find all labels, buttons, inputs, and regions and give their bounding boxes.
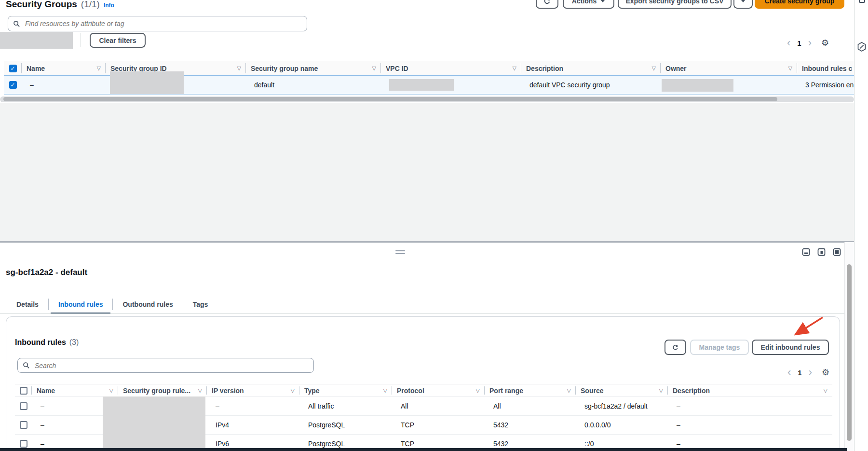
vertical-scrollbar[interactable] — [844, 242, 854, 451]
filter-icon[interactable]: ▽ — [383, 387, 387, 394]
create-security-group-button[interactable]: Create security group — [755, 0, 844, 9]
checkbox[interactable] — [20, 402, 27, 410]
column-label: Description — [673, 387, 710, 395]
tab-outbound-rules[interactable]: Outbound rules — [113, 295, 182, 314]
info-link[interactable]: Info — [104, 2, 114, 9]
tab-tags[interactable]: Tags — [183, 295, 218, 314]
cell: TCP — [392, 416, 485, 434]
prev-page-icon[interactable]: ‹ — [787, 367, 791, 378]
refresh-button[interactable] — [536, 0, 558, 9]
horizontal-scrollbar[interactable] — [0, 96, 854, 102]
edit-inbound-rules-button[interactable]: Edit inbound rules — [752, 340, 829, 355]
actions-button[interactable]: Actions — [563, 0, 614, 9]
create-security-group-label: Create security group — [765, 0, 835, 5]
filter-icon[interactable]: ▽ — [97, 65, 101, 71]
rules-refresh-button[interactable] — [665, 340, 686, 355]
table-settings-gear-icon[interactable]: ⚙ — [822, 367, 829, 378]
split-panel-divider[interactable] — [0, 241, 854, 243]
cell: PostgreSQL — [299, 416, 392, 434]
panel-full-icon[interactable] — [833, 248, 841, 256]
column-header[interactable]: Name▽ — [22, 61, 106, 75]
table-settings-gear-icon[interactable]: ⚙ — [821, 38, 829, 48]
redacted-vpc-id — [389, 79, 454, 91]
column-label: Name — [27, 65, 45, 72]
cell: All — [392, 397, 485, 415]
notifications-icon[interactable] — [859, 0, 865, 3]
column-label: Description — [526, 65, 563, 72]
clear-filters-button[interactable]: Clear filters — [90, 33, 146, 48]
column-header[interactable]: Type▽ — [299, 384, 392, 396]
column-header[interactable]: Description▽ — [668, 384, 832, 396]
checkbox-cell — [15, 384, 32, 396]
redacted-rule-ids — [103, 396, 205, 448]
filter-icon[interactable]: ▽ — [652, 65, 656, 71]
export-options-button[interactable] — [733, 0, 753, 9]
vertical-scrollbar-thumb[interactable] — [847, 264, 852, 441]
column-header[interactable]: Port range▽ — [485, 384, 576, 396]
column-header[interactable]: Inbound rules c▽ — [797, 61, 854, 75]
rules-search[interactable] — [17, 358, 314, 373]
column-header[interactable]: Protocol▽ — [392, 384, 485, 396]
column-header[interactable]: Name▽ — [32, 384, 118, 396]
checkbox[interactable]: ✓ — [9, 81, 17, 89]
refresh-icon — [672, 343, 678, 352]
horizontal-scrollbar-thumb[interactable] — [3, 97, 777, 101]
filter-icon[interactable]: ▽ — [659, 387, 663, 394]
column-label: Port range — [489, 387, 523, 395]
main-content: Security Groups (1/1) Info Actions Expor… — [0, 0, 854, 451]
manage-tags-button[interactable]: Manage tags — [690, 340, 749, 355]
filter-icon[interactable]: ▽ — [372, 65, 376, 71]
edit-inbound-rules-label: Edit inbound rules — [761, 343, 820, 351]
split-panel-drag-handle[interactable] — [395, 250, 405, 255]
checkbox[interactable]: ✓ — [9, 65, 17, 72]
filter-icon[interactable]: ▽ — [237, 65, 241, 71]
filter-icon[interactable]: ▽ — [198, 387, 202, 394]
selected-group-title: sg-bcf1a2a2 - default — [6, 268, 87, 277]
next-page-icon[interactable]: › — [808, 38, 812, 48]
checkbox[interactable] — [20, 387, 27, 395]
detail-tabs: Details Inbound rules Outbound rules Tag… — [7, 295, 217, 314]
filter-icon[interactable]: ▽ — [567, 387, 571, 394]
cell: – — [207, 397, 299, 415]
column-label: Protocol — [397, 387, 424, 395]
panel-layout-controls — [802, 248, 841, 256]
prev-page-icon[interactable]: ‹ — [787, 38, 790, 48]
next-page-icon[interactable]: › — [809, 367, 812, 378]
column-header[interactable]: Security group name▽ — [246, 61, 381, 75]
column-label: VPC ID — [386, 65, 408, 72]
filter-icon[interactable]: ▽ — [824, 387, 827, 394]
column-label: Security group rule... — [123, 387, 190, 395]
column-header[interactable]: Owner▽ — [661, 61, 797, 75]
filter-icon[interactable]: ▽ — [788, 65, 792, 71]
column-label: Inbound rules c — [802, 65, 852, 72]
panel-bottom-icon[interactable] — [802, 248, 810, 256]
panel-side-icon[interactable] — [817, 248, 826, 256]
column-header[interactable]: IP version▽ — [207, 384, 299, 396]
column-label: IP version — [212, 387, 244, 395]
column-header[interactable]: Security group rule...▽ — [118, 384, 207, 396]
cell: 5432 — [485, 416, 576, 434]
checkbox[interactable] — [20, 440, 27, 448]
search-icon — [13, 20, 20, 27]
filter-icon[interactable]: ▽ — [513, 65, 516, 71]
filter-icon[interactable]: ▽ — [291, 387, 295, 394]
hexagon-tool-icon[interactable] — [857, 41, 867, 52]
tab-inbound-rules[interactable]: Inbound rules — [49, 295, 113, 314]
filter-icon[interactable]: ▽ — [476, 387, 480, 394]
column-label: Source — [581, 387, 603, 395]
column-header[interactable]: VPC ID▽ — [381, 61, 521, 75]
filter-icon[interactable]: ▽ — [109, 387, 113, 394]
redacted-owner — [662, 79, 733, 92]
resource-search[interactable] — [8, 16, 307, 31]
chevron-down-icon — [600, 0, 605, 2]
checkbox[interactable] — [20, 421, 27, 429]
tab-details[interactable]: Details — [7, 295, 48, 314]
export-csv-button[interactable]: Export security groups to CSV — [618, 0, 732, 9]
resource-search-input[interactable] — [24, 19, 302, 28]
chevron-down-icon — [741, 0, 746, 2]
cell: IPv4 — [207, 416, 299, 434]
inbound-rules-count: (3) — [69, 338, 79, 347]
column-header[interactable]: Description▽ — [521, 61, 661, 75]
column-header[interactable]: Source▽ — [576, 384, 668, 396]
rules-search-input[interactable] — [34, 361, 309, 370]
